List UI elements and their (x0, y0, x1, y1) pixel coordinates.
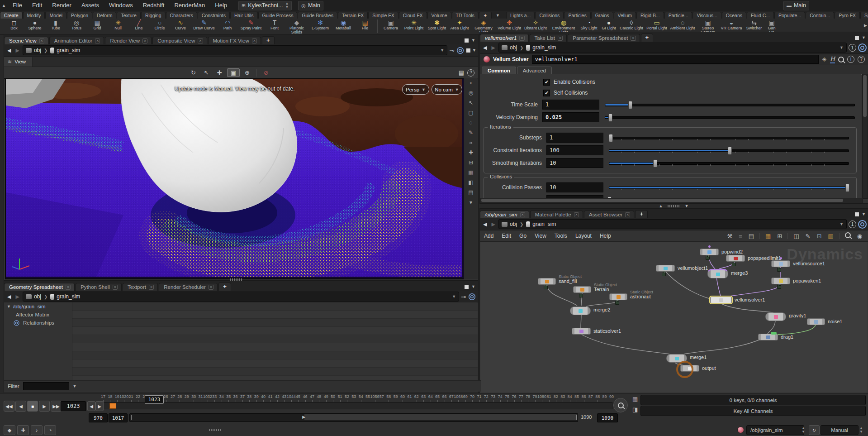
select-mode-icon[interactable]: ↖ (469, 100, 473, 106)
path-dropdown-icon[interactable]: ▼ (440, 48, 444, 53)
tab-close-icon[interactable]: × (198, 38, 203, 43)
param-slider-velocity-damping[interactable] (605, 114, 855, 121)
tool-spray-paint[interactable]: ✎Spray Paint (238, 19, 264, 34)
tool-draw-curve[interactable]: ✎Draw Curve (191, 19, 217, 34)
current-frame-field[interactable]: 1023 (61, 401, 86, 411)
checkbox-enable-collisions[interactable]: ✔ (543, 79, 550, 86)
camera-menu[interactable]: No cam▼ (432, 84, 462, 95)
net-menu-tools[interactable]: Tools (550, 233, 571, 239)
box-select-icon[interactable]: ▢ (468, 110, 473, 116)
shelf-tab-particles[interactable]: Particles (564, 12, 590, 19)
breadcrumb-grain-sim[interactable]: grain_sim (50, 47, 80, 53)
shelf-tab-hair-utils[interactable]: Hair Utils (230, 12, 258, 19)
shelf-overflow-icon[interactable]: ▼ (492, 13, 503, 19)
shelf-tab-rigid-b[interactable]: Rigid B... (636, 12, 664, 19)
table-row[interactable] (72, 368, 478, 376)
shelf-tab-polygon[interactable]: Polygon (67, 12, 92, 19)
node-drag1[interactable]: drag1 (758, 334, 778, 340)
shelf-tab-td-tools[interactable]: TD Tools (452, 12, 479, 19)
net-menu-view[interactable]: View (531, 233, 550, 239)
pane-menu-icon[interactable]: ▼ (471, 284, 475, 289)
node-staticsolver1[interactable]: staticsolver1 (572, 328, 591, 335)
folder-tab-advanced[interactable]: Advanced (517, 67, 552, 74)
geo-back-icon[interactable]: ◀ (6, 294, 12, 300)
tool-camera[interactable]: ▣Camera (379, 19, 402, 34)
pane-splitter[interactable]: ▲ ▼ (479, 204, 868, 208)
help-icon[interactable]: ? (858, 56, 865, 63)
table-row[interactable] (72, 343, 478, 351)
tool-line[interactable]: ╱Line (128, 19, 149, 34)
tool-platonic-solids[interactable]: ◆Platonic Solids (285, 19, 308, 34)
range-slider[interactable]: ▶ (129, 413, 578, 422)
select-tool-icon[interactable]: ↖ (201, 69, 212, 77)
node-noise1[interactable]: noise1 (807, 318, 825, 325)
global-range-start-field[interactable]: 970 (89, 413, 108, 422)
table-row[interactable] (72, 319, 478, 327)
node-gravity1[interactable]: gravity1 (765, 312, 786, 321)
tab-close-icon[interactable]: × (39, 38, 44, 43)
tool-path[interactable]: ◠Path (217, 19, 238, 34)
tree-expand-icon[interactable]: ▼ (7, 304, 11, 309)
net-back-icon[interactable]: ◀ (482, 221, 488, 227)
node-output[interactable]: output (680, 365, 699, 372)
tab-textport[interactable]: Textport× (123, 283, 158, 291)
radial-menu-selector[interactable]: ◎ Main (298, 1, 323, 10)
tab-asset-browser[interactable]: Asset Browser× (584, 211, 634, 218)
param-field-time-scale[interactable]: 1 (542, 100, 599, 110)
brush-select-icon[interactable]: ✎ (469, 130, 473, 136)
shelf-tab-volume[interactable]: Volume (427, 12, 451, 19)
zoom-region-icon[interactable]: ⊕ (242, 69, 253, 77)
link-badge[interactable]: 1 (849, 44, 856, 52)
view-tab[interactable]: ≋ View (4, 57, 33, 67)
add-note-icon[interactable]: ✎ (803, 233, 813, 240)
net-menu-go[interactable]: Go (515, 233, 531, 239)
audio-icon[interactable]: ♪ (31, 425, 43, 435)
node-vellumsolver1[interactable]: vellumsolver1 (710, 297, 732, 303)
gear-icon[interactable]: ✳ (822, 56, 827, 63)
node-merge3[interactable]: merge3 (707, 269, 728, 278)
table-row[interactable] (72, 302, 478, 311)
slider-handle[interactable] (728, 147, 732, 155)
tab-render-scheduler[interactable]: Render Scheduler× (159, 283, 218, 291)
playback-range-start-field[interactable]: 1017 (109, 413, 128, 422)
net-menu-layout[interactable]: Layout (571, 233, 596, 239)
keying-tools-button[interactable] (613, 398, 628, 412)
slider-handle[interactable] (609, 134, 613, 142)
shelf-tab-grains[interactable]: Grains (591, 12, 613, 19)
param-slider-time-scale[interactable] (605, 101, 855, 108)
pane-menu-icon[interactable]: ▼ (862, 35, 866, 40)
channel-list-icon[interactable]: ▦ (630, 396, 640, 402)
tab-close-icon[interactable]: × (113, 285, 118, 290)
tool-torus[interactable]: ◎Torus (66, 19, 87, 34)
param-slider-smoothing-iterations[interactable] (609, 159, 849, 167)
net-menu-edit[interactable]: Edit (498, 233, 515, 239)
network-graph[interactable]: Dynamics Static Objectsand_fillStatic Ob… (480, 242, 868, 393)
shelf-tab-simple-fx[interactable]: Simple FX (368, 12, 398, 19)
splitter-up-icon[interactable]: ▲ (659, 204, 663, 208)
net-link-badge[interactable]: 1 (849, 220, 856, 228)
net-menu-add[interactable]: Add (480, 233, 498, 239)
new-pane-tab-button[interactable]: + (262, 36, 275, 44)
tab-vellumsolver1[interactable]: vellumsolver1× (480, 34, 529, 42)
tree-item-relationships[interactable]: Relationships (4, 319, 72, 327)
node-merge2[interactable]: merge2 (570, 307, 591, 315)
new-pane-tab-button[interactable]: + (218, 283, 231, 291)
collapse-icon[interactable]: ▲ (0, 3, 8, 8)
geo-forward-icon[interactable]: ▶ (14, 294, 20, 300)
tool-tube[interactable]: ▮Tube (45, 19, 66, 34)
geo-table[interactable] (72, 302, 478, 380)
find-node-icon[interactable] (842, 232, 854, 240)
tab-take-list[interactable]: Take List× (530, 34, 567, 42)
visibility-icon[interactable]: ◉ (854, 233, 865, 240)
node-popwind2[interactable]: popwind2 (700, 249, 719, 255)
network-path[interactable]: obj ❯ grain_sim ▼ (498, 219, 847, 229)
tab-composite-view[interactable]: Composite View× (152, 37, 207, 44)
follow-selection-icon[interactable] (858, 43, 867, 52)
tree-item-grain-sim[interactable]: ▼ /obj/grain_sim (4, 302, 72, 311)
tab-obj-grain-sim[interactable]: /obj/grain_sim× (480, 211, 529, 218)
node-terrain[interactable]: Static ObjectTerrain (573, 286, 591, 293)
shelf-tab-fluid-c[interactable]: Fluid C... (747, 12, 774, 19)
tab-scene-view[interactable]: Scene View× (4, 37, 48, 44)
menu-redshift[interactable]: Redshift (138, 0, 170, 11)
shelf-tab-lights-a[interactable]: Lights a... (506, 12, 535, 19)
